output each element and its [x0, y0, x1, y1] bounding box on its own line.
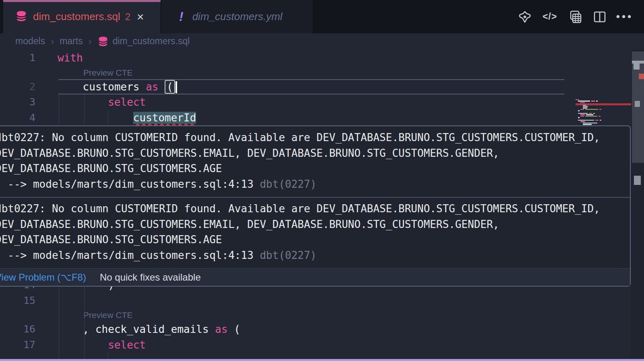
overview-mark [634, 64, 640, 70]
database-icon [97, 36, 109, 47]
overview-mark [632, 61, 644, 64]
indent-guide [84, 95, 85, 125]
code-token: customers [83, 81, 146, 93]
tab-bar: dim_customers.sql 2 × ! dim_customers.ym… [0, 0, 644, 33]
code-lines-top: 1withPreview CTE2customers as (3select4c… [0, 50, 644, 125]
no-quick-fixes-text: No quick fixes available [100, 272, 201, 283]
error-location: --> models/marts/dim_customers.sql:4:13 … [0, 176, 630, 192]
code-line-1[interactable]: 1with [0, 50, 644, 66]
error-block: dbt0227: No column CUSTOMERID found. Ava… [0, 126, 630, 197]
line-number: 4 [0, 110, 35, 126]
codelens-preview-cte[interactable]: Preview CTE [0, 66, 644, 79]
scrollbar[interactable] [631, 49, 644, 359]
keyword-token: as [215, 323, 234, 335]
code-token: ( [165, 80, 175, 94]
error-location: --> models/marts/dim_customers.sql:4:13 … [0, 248, 630, 263]
text-cursor [175, 81, 177, 93]
dbt-icon[interactable] [518, 10, 532, 24]
line-number: 15 [0, 293, 35, 309]
code-lines-bottom: 14)15Preview CTE16, check_valid_emails a… [0, 277, 644, 353]
line-number: 2 [0, 79, 35, 95]
view-problem-link[interactable]: View Problem (⌥F8) [0, 272, 86, 283]
keyword-token: select [108, 96, 146, 108]
editor-actions: </> ••• [518, 0, 632, 33]
line-number: 1 [0, 50, 35, 66]
active-tab-indicator [3, 0, 161, 2]
line-number: 3 [0, 94, 35, 110]
indent-guide [84, 287, 85, 359]
error-code: dbt(0227) [260, 249, 316, 261]
keyword-token: select [108, 339, 146, 351]
warning-icon: ! [179, 9, 184, 24]
breadcrumb-models[interactable]: models [15, 36, 45, 47]
keyword-token: as [146, 81, 165, 93]
codelens-preview-cte[interactable]: Preview CTE [0, 308, 644, 322]
keyword-token: with [58, 52, 83, 64]
indent-guide [108, 110, 108, 125]
code-line-16[interactable]: 16, check_valid_emails as ( [0, 322, 644, 337]
tab-dim-customers-yml[interactable]: ! dim_customers.yml [161, 0, 313, 33]
code-line-17[interactable]: 17select [0, 337, 644, 353]
error-message: dbt0227: No column CUSTOMERID found. Ava… [0, 201, 625, 248]
code-token: ( [234, 323, 240, 335]
error-token: customerId [133, 112, 196, 124]
hover-footer: View Problem (⌥F8) No quick fixes availa… [0, 268, 630, 286]
window-bottom-border [0, 359, 644, 361]
error-hover-popup: dbt0227: No column CUSTOMERID found. Ava… [0, 125, 631, 287]
code-line-15[interactable]: 15 [0, 293, 644, 309]
more-actions-icon[interactable]: ••• [617, 10, 632, 24]
line-number: 16 [0, 322, 35, 337]
code-token: , check_valid_emails [83, 323, 215, 335]
code-line-2[interactable]: 2customers as ( [0, 79, 644, 95]
code-line-3[interactable]: 3select [0, 94, 644, 110]
indent-guide [59, 287, 59, 359]
indent-guide [108, 352, 108, 359]
overview-mark [635, 101, 640, 107]
close-icon[interactable]: × [137, 10, 144, 24]
breadcrumb-file[interactable]: dim_customers.sql [113, 36, 190, 47]
compile-code-icon[interactable]: </> [543, 10, 557, 24]
indent-guide [59, 95, 59, 125]
chevron-right-icon: › [89, 36, 92, 47]
editor-window: dim_customers.sql 2 × ! dim_customers.ym… [0, 0, 644, 361]
error-block: dbt0227: No column CUSTOMERID found. Ava… [0, 198, 630, 268]
chevron-right-icon: › [51, 36, 54, 47]
split-editor-icon[interactable] [592, 10, 607, 24]
breadcrumb: models › marts › dim_customers.sql [0, 33, 644, 49]
tab-dim-customers-sql[interactable]: dim_customers.sql 2 × [3, 0, 161, 33]
code-line-4[interactable]: 4customerId [0, 110, 644, 126]
preview-results-icon[interactable] [568, 10, 582, 24]
line-number: 17 [0, 337, 35, 353]
breadcrumb-marts[interactable]: marts [60, 36, 83, 47]
overview-mark [634, 176, 641, 185]
tab-label: dim_customers.sql [33, 10, 120, 23]
tab-label: dim_customers.yml [192, 10, 283, 23]
database-icon [15, 10, 27, 24]
overview-error-mark [639, 74, 644, 79]
tab-problem-badge: 2 [125, 11, 130, 23]
error-message: dbt0227: No column CUSTOMERID found. Ava… [0, 130, 625, 176]
code-editor[interactable]: 1withPreview CTE2customers as (3select4c… [0, 49, 644, 359]
error-code: dbt(0227) [260, 178, 316, 190]
